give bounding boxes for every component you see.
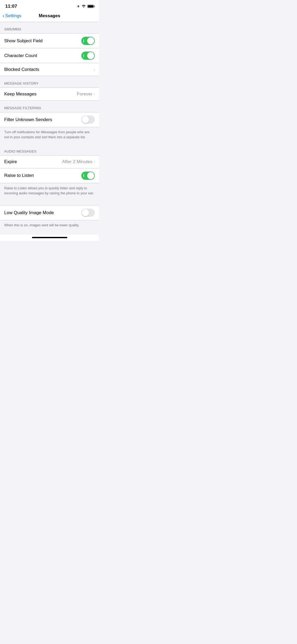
character-count-row: Character Count (0, 48, 99, 63)
sms-mms-group: Show Subject Field Character Count Block… (0, 33, 99, 76)
section-header-message-history: MESSAGE HISTORY (0, 76, 99, 88)
raise-to-listen-toggle[interactable] (81, 172, 95, 180)
low-quality-image-mode-label: Low Quality Image Mode (4, 210, 54, 215)
keep-messages-right: Forever › (77, 91, 95, 97)
keep-messages-label: Keep Messages (4, 91, 36, 97)
home-indicator (0, 235, 99, 241)
low-quality-group: Low Quality Image Mode (0, 205, 99, 220)
expire-row[interactable]: Expire After 2 Minutes › (0, 156, 99, 168)
filter-unknown-senders-toggle[interactable] (81, 116, 95, 124)
page-title: Messages (39, 13, 60, 19)
airplane-icon: ✈ (77, 4, 80, 8)
back-chevron-icon: ‹ (3, 13, 4, 19)
expire-chevron-icon: › (94, 159, 95, 164)
battery-icon (87, 5, 94, 8)
expire-right: After 2 Minutes › (62, 159, 95, 164)
back-label: Settings (5, 13, 21, 19)
raise-to-listen-description: Raise to Listen allows you to quickly li… (0, 183, 99, 200)
raise-to-listen-label: Raise to Listen (4, 173, 34, 178)
filter-unknown-senders-description: Turn off notifications for iMessages fro… (0, 127, 99, 144)
keep-messages-row[interactable]: Keep Messages Forever › (0, 88, 99, 100)
low-quality-image-description: When this is on, images sent will be low… (0, 220, 99, 232)
filter-unknown-senders-label: Filter Unknown Senders (4, 117, 52, 122)
blocked-contacts-label: Blocked Contacts (4, 67, 39, 72)
blocked-contacts-row[interactable]: Blocked Contacts › (0, 63, 99, 76)
status-bar: 11:07 ✈ (0, 0, 99, 11)
expire-label: Expire (4, 159, 17, 164)
home-bar (32, 237, 67, 238)
wifi-icon (82, 4, 86, 8)
nav-bar: ‹ Settings Messages (0, 11, 99, 22)
expire-value: After 2 Minutes (62, 159, 92, 164)
blocked-contacts-chevron-icon: › (94, 67, 95, 72)
character-count-label: Character Count (4, 53, 37, 58)
message-history-group: Keep Messages Forever › (0, 88, 99, 101)
character-count-toggle[interactable] (81, 52, 95, 60)
status-time: 11:07 (5, 4, 17, 9)
low-quality-image-mode-toggle[interactable] (81, 209, 95, 217)
section-header-audio-messages: AUDIO MESSAGES (0, 144, 99, 155)
back-button[interactable]: ‹ Settings (3, 13, 21, 19)
bottom-spacer (0, 232, 99, 235)
section-header-message-filtering: MESSAGE FILTERING (0, 101, 99, 112)
raise-to-listen-row: Raise to Listen (0, 168, 99, 183)
keep-messages-chevron-icon: › (94, 92, 95, 96)
show-subject-field-toggle[interactable] (81, 37, 95, 45)
spacer-low-quality (0, 200, 99, 205)
audio-messages-group: Expire After 2 Minutes › Raise to Listen (0, 155, 99, 183)
filter-unknown-senders-row: Filter Unknown Senders (0, 112, 99, 127)
low-quality-image-mode-row: Low Quality Image Mode (0, 205, 99, 220)
section-header-sms-mms: SMS/MMS (0, 22, 99, 33)
keep-messages-value: Forever (77, 91, 92, 97)
blocked-contacts-right: › (94, 67, 95, 72)
show-subject-field-label: Show Subject Field (4, 38, 43, 44)
message-filtering-group: Filter Unknown Senders (0, 112, 99, 127)
status-icons: ✈ (77, 4, 94, 8)
show-subject-field-row: Show Subject Field (0, 34, 99, 48)
